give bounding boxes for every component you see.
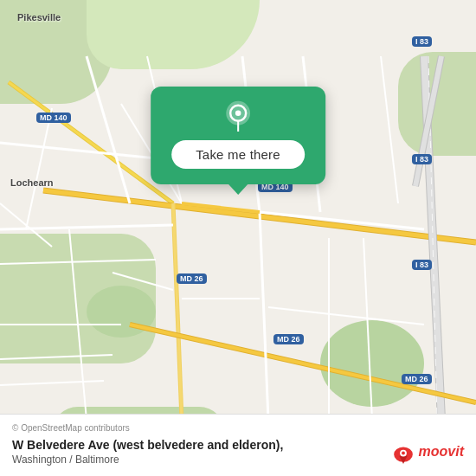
svg-line-23	[381, 56, 398, 203]
info-panel: © OpenStreetMap contributors W Belvedere…	[0, 414, 476, 476]
location-subtitle: Washington / Baltimore	[12, 453, 283, 466]
location-popup: Take me there	[151, 87, 325, 184]
moovit-text: moovit	[419, 444, 464, 460]
svg-line-10	[87, 56, 130, 203]
svg-line-26	[0, 381, 104, 385]
moovit-icon	[391, 440, 415, 464]
road-badge-md140-top: MD 140	[36, 113, 71, 123]
svg-line-16	[0, 260, 156, 264]
svg-line-25	[0, 355, 113, 359]
moovit-logo: moovit	[391, 440, 464, 464]
svg-line-32	[26, 108, 52, 229]
svg-line-27	[113, 273, 173, 290]
svg-line-20	[260, 212, 268, 420]
road-badge-i83-mid: I 83	[412, 154, 432, 164]
road-badge-md26-left: MD 26	[177, 273, 207, 284]
svg-point-43	[402, 452, 405, 455]
map-roads-svg	[0, 0, 476, 476]
road-badge-i83-bot: I 83	[412, 260, 432, 270]
map-attribution: © OpenStreetMap contributors	[12, 423, 464, 433]
city-label-pikesville: Pikesville	[17, 12, 61, 23]
svg-point-38	[235, 110, 241, 116]
svg-line-29	[268, 307, 424, 325]
road-badge-i83-top: I 83	[412, 36, 432, 47]
city-label-lochearn: Lochearn	[10, 177, 54, 188]
take-me-there-button[interactable]: Take me there	[171, 140, 305, 169]
map-container: Pikesville Lochearn MD 140 I 83 I 83 I 8…	[0, 0, 476, 476]
road-badge-md26-mid: MD 26	[273, 334, 304, 344]
svg-line-22	[363, 238, 372, 420]
location-pin-icon	[222, 100, 254, 132]
road-badge-md26-right: MD 26	[402, 374, 432, 384]
svg-line-12	[173, 203, 182, 420]
location-title: W Belvedere Ave (west belvedere and elde…	[12, 438, 283, 452]
svg-line-30	[0, 203, 52, 247]
